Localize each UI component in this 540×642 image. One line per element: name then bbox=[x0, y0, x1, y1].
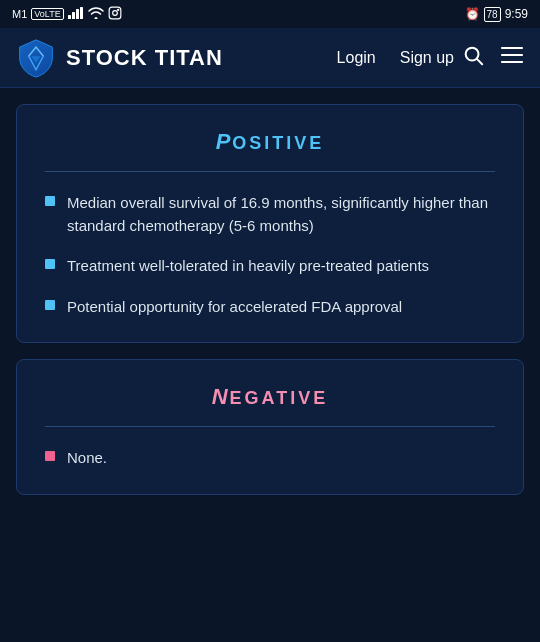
bullet-text: Median overall survival of 16.9 months, … bbox=[67, 192, 495, 237]
signal-bars bbox=[68, 7, 84, 21]
list-item: None. bbox=[45, 447, 495, 470]
nav-links: Login Sign up bbox=[337, 49, 454, 67]
svg-line-8 bbox=[477, 59, 482, 64]
negative-title: NEGATIVE bbox=[45, 384, 495, 410]
positive-bullet-list: Median overall survival of 16.9 months, … bbox=[45, 192, 495, 318]
positive-card: POSITIVE Median overall survival of 16.9… bbox=[16, 104, 524, 343]
bullet-icon bbox=[45, 259, 55, 269]
menu-icon[interactable] bbox=[500, 44, 524, 71]
bullet-text: Treatment well-tolerated in heavily pre-… bbox=[67, 255, 429, 278]
carrier-label: M1 bbox=[12, 8, 27, 20]
positive-divider bbox=[45, 171, 495, 172]
instagram-icon bbox=[108, 6, 122, 22]
bullet-icon bbox=[45, 451, 55, 461]
bullet-text: None. bbox=[67, 447, 107, 470]
bullet-text: Potential opportunity for accelerated FD… bbox=[67, 296, 402, 319]
signup-link[interactable]: Sign up bbox=[400, 49, 454, 67]
positive-title: POSITIVE bbox=[45, 129, 495, 155]
alarm-icon: ⏰ bbox=[465, 7, 480, 21]
svg-point-5 bbox=[112, 11, 117, 16]
bullet-icon bbox=[45, 300, 55, 310]
status-left: M1 VoLTE bbox=[12, 6, 122, 22]
nav-icons bbox=[462, 44, 524, 71]
list-item: Treatment well-tolerated in heavily pre-… bbox=[45, 255, 495, 278]
battery-level: 78 bbox=[487, 9, 498, 20]
status-bar: M1 VoLTE ⏰ 78 bbox=[0, 0, 540, 28]
status-right: ⏰ 78 9:59 bbox=[465, 7, 528, 22]
negative-bullet-list: None. bbox=[45, 447, 495, 470]
svg-rect-2 bbox=[76, 9, 79, 19]
svg-rect-3 bbox=[80, 7, 83, 19]
volte-badge: VoLTE bbox=[31, 8, 63, 20]
negative-divider bbox=[45, 426, 495, 427]
time-display: 9:59 bbox=[505, 7, 528, 21]
svg-rect-0 bbox=[68, 15, 71, 19]
wifi-icon bbox=[88, 7, 104, 21]
bullet-icon bbox=[45, 196, 55, 206]
main-content: POSITIVE Median overall survival of 16.9… bbox=[0, 104, 540, 495]
negative-card: NEGATIVE None. bbox=[16, 359, 524, 495]
login-link[interactable]: Login bbox=[337, 49, 376, 67]
logo-shield-icon bbox=[16, 38, 56, 78]
battery-indicator: 78 bbox=[484, 7, 501, 22]
logo-area: STOCK TITAN bbox=[16, 38, 337, 78]
logo-text: STOCK TITAN bbox=[66, 45, 223, 71]
svg-rect-1 bbox=[72, 12, 75, 19]
navbar: STOCK TITAN Login Sign up bbox=[0, 28, 540, 88]
list-item: Potential opportunity for accelerated FD… bbox=[45, 296, 495, 319]
search-icon[interactable] bbox=[462, 44, 484, 71]
list-item: Median overall survival of 16.9 months, … bbox=[45, 192, 495, 237]
svg-rect-4 bbox=[109, 7, 121, 19]
svg-point-6 bbox=[117, 9, 118, 10]
